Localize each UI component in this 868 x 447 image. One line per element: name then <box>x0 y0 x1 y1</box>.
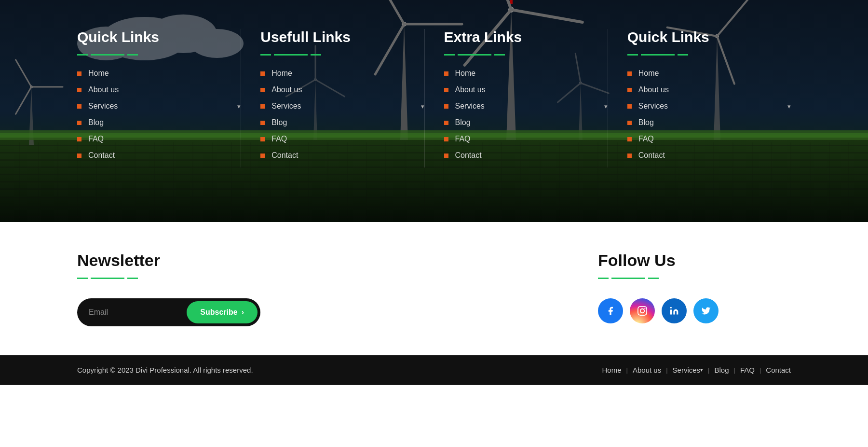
nav-item-label: Home <box>271 69 292 78</box>
footer-services-chevron-icon: ▾ <box>700 367 703 373</box>
copyright-text: Copyright © 2023 Divi Professional. All … <box>77 366 253 374</box>
nav-list-item[interactable]: About us <box>77 85 241 94</box>
nav-list-item[interactable]: Blog <box>77 118 241 127</box>
footer-nav-item-faq[interactable]: FAQ <box>740 366 755 374</box>
nav-list-item[interactable]: Home <box>260 69 424 78</box>
twitter-icon[interactable] <box>693 298 719 323</box>
footer-nav-item-home[interactable]: Home <box>602 366 622 374</box>
svg-rect-6 <box>0 174 868 175</box>
nav-list-item[interactable]: FAQ <box>627 135 791 143</box>
nav-item-label: Blog <box>271 118 287 127</box>
subscribe-label: Subscribe <box>200 308 237 317</box>
nav-item-label: Services <box>455 102 485 111</box>
divider-long <box>611 278 645 279</box>
nav-list-item[interactable]: Home <box>444 69 608 78</box>
nav-item-label: Contact <box>271 151 298 160</box>
column-3-divider <box>444 54 608 56</box>
column-1-divider <box>77 54 241 56</box>
divider-short-2 <box>648 278 659 279</box>
nav-item-label: Services <box>638 102 668 111</box>
nav-item-label: Contact <box>88 151 115 160</box>
nav-bullet-icon <box>444 121 448 125</box>
divider-long <box>91 54 124 56</box>
nav-list-item[interactable]: Blog <box>627 118 791 127</box>
follow-block: Follow Us <box>598 251 791 323</box>
facebook-icon[interactable] <box>598 298 623 323</box>
divider-short-2 <box>127 278 138 279</box>
nav-bullet-icon <box>260 121 265 125</box>
footer: Copyright © 2023 Divi Professional. All … <box>0 355 868 385</box>
nav-list-item[interactable]: Services▾ <box>77 102 241 111</box>
nav-list-item[interactable]: FAQ <box>77 135 241 143</box>
nav-item-label: Blog <box>88 118 104 127</box>
footer-nav-separator: | <box>734 366 735 374</box>
svg-rect-8 <box>0 188 868 190</box>
nav-list-item[interactable]: Contact <box>627 151 791 160</box>
footer-nav-separator: | <box>760 366 761 374</box>
nav-item-label: FAQ <box>638 135 654 143</box>
nav-list-item[interactable]: FAQ <box>444 135 608 143</box>
email-input[interactable] <box>89 308 187 317</box>
nav-item-label: About us <box>638 85 669 94</box>
nav-bullet-icon <box>260 71 265 76</box>
nav-bullet-icon <box>77 121 81 125</box>
social-icons-container <box>598 298 791 323</box>
nav-bullet-icon <box>77 88 81 92</box>
subscribe-button[interactable]: Subscribe › <box>187 301 258 323</box>
nav-list-item[interactable]: Contact <box>444 151 608 160</box>
nav-bullet-icon <box>77 71 81 76</box>
divider-short <box>627 54 638 56</box>
footer-nav-item-contact[interactable]: Contact <box>766 366 791 374</box>
divider-short <box>77 54 88 56</box>
nav-list-item[interactable]: Contact <box>260 151 424 160</box>
nav-list-item[interactable]: Home <box>77 69 241 78</box>
linkedin-icon[interactable] <box>662 298 687 323</box>
footer-nav-item-blog[interactable]: Blog <box>714 366 729 374</box>
nav-item-arrow-icon: ▾ <box>421 103 424 110</box>
svg-rect-7 <box>0 181 868 182</box>
nav-bullet-icon <box>260 88 265 92</box>
hero-links-container: Quick Links HomeAbout usServices▾BlogFAQ… <box>0 0 868 168</box>
nav-list-item[interactable]: Services▾ <box>260 102 424 111</box>
nav-bullet-icon <box>627 71 632 76</box>
nav-bullet-icon <box>77 104 81 109</box>
nav-bullet-icon <box>260 154 265 158</box>
nav-list-item[interactable]: Blog <box>260 118 424 127</box>
follow-divider <box>598 278 791 279</box>
nav-bullet-icon <box>260 137 265 141</box>
nav-list-item[interactable]: About us <box>444 85 608 94</box>
link-column-3: Extra Links HomeAbout usServices▾BlogFAQ… <box>424 29 608 168</box>
column-1-title: Quick Links <box>77 29 241 45</box>
nav-list-item[interactable]: About us <box>260 85 424 94</box>
instagram-icon[interactable] <box>630 298 655 323</box>
footer-nav-item-services[interactable]: Services ▾ <box>673 366 704 374</box>
nav-list-item[interactable]: Blog <box>444 118 608 127</box>
nav-list-item[interactable]: Contact <box>77 151 241 160</box>
nav-item-label: Contact <box>455 151 482 160</box>
follow-heading: Follow Us <box>598 251 791 270</box>
nav-list-item[interactable]: FAQ <box>260 135 424 143</box>
nav-item-label: FAQ <box>455 135 471 143</box>
svg-point-94 <box>670 307 672 308</box>
nav-list-item[interactable]: Services▾ <box>627 102 791 111</box>
nav-list-item[interactable]: Home <box>627 69 791 78</box>
nav-item-label: FAQ <box>271 135 287 143</box>
column-4-title: Quick Links <box>627 29 791 45</box>
nav-bullet-icon <box>627 88 632 92</box>
svg-rect-10 <box>0 207 868 208</box>
nav-list-item[interactable]: About us <box>627 85 791 94</box>
nav-bullet-icon <box>77 137 81 141</box>
footer-nav-item-about-us[interactable]: About us <box>633 366 661 374</box>
nav-bullet-icon <box>627 137 632 141</box>
column-2-title: Usefull Links <box>260 29 424 45</box>
nav-list-4: HomeAbout usServices▾BlogFAQContact <box>627 69 791 160</box>
divider-long <box>274 54 308 56</box>
nav-item-label: About us <box>88 85 119 94</box>
nav-bullet-icon <box>444 137 448 141</box>
svg-rect-9 <box>0 197 868 198</box>
divider-short <box>77 278 88 279</box>
nav-list-item[interactable]: Services▾ <box>444 102 608 111</box>
hero-section: Quick Links HomeAbout usServices▾BlogFAQ… <box>0 0 868 222</box>
svg-rect-11 <box>0 216 868 218</box>
nav-bullet-icon <box>444 88 448 92</box>
